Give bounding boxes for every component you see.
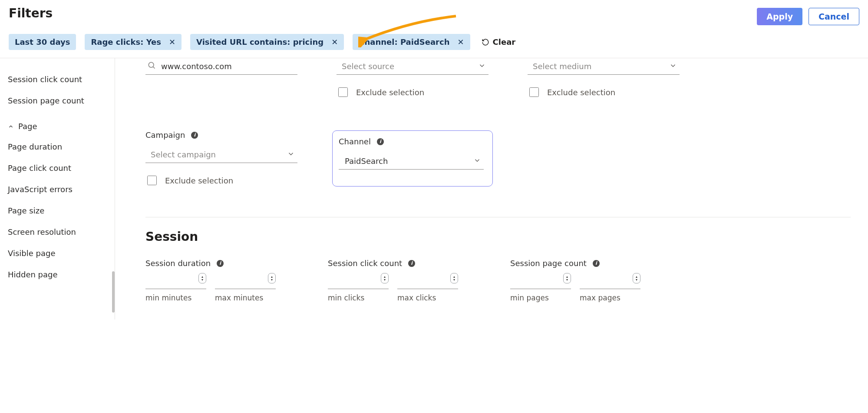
session-section-title: Session xyxy=(145,230,851,244)
chip-label: Visited URL contains: pricing xyxy=(196,37,323,47)
section-divider xyxy=(145,217,851,217)
search-icon xyxy=(147,61,156,70)
number-stepper[interactable]: ▴▾ xyxy=(450,273,458,283)
session-duration-min-input[interactable] xyxy=(145,276,206,289)
close-icon[interactable]: ✕ xyxy=(457,37,464,47)
chip-visited-url[interactable]: Visited URL contains: pricing ✕ xyxy=(190,34,344,50)
info-icon[interactable]: i xyxy=(217,260,224,267)
info-icon[interactable]: i xyxy=(191,132,198,139)
sidebar-item-session-click-count[interactable]: Session click count xyxy=(8,69,115,90)
svg-line-1 xyxy=(153,67,155,69)
session-click-count-label: Session click count xyxy=(328,259,402,268)
checkbox-label: Exclude selection xyxy=(165,176,233,185)
campaign-label: Campaign xyxy=(145,130,185,140)
exclude-medium-checkbox[interactable]: Exclude selection xyxy=(528,86,680,98)
channel-select[interactable]: PaidSearch xyxy=(339,154,484,170)
clear-filters-button[interactable]: Clear xyxy=(482,37,516,47)
session-page-count-label: Session page count xyxy=(510,259,587,268)
chevron-up-icon xyxy=(8,123,14,130)
input-caption: max minutes xyxy=(215,293,276,302)
input-caption: min pages xyxy=(510,293,571,302)
chip-time-range[interactable]: Last 30 days xyxy=(9,34,76,50)
info-icon[interactable]: i xyxy=(593,260,600,267)
input-caption: max clicks xyxy=(397,293,458,302)
channel-filter-highlighted: Channel i PaidSearch xyxy=(332,130,493,187)
sidebar-item-page-size[interactable]: Page size xyxy=(8,200,115,221)
sidebar-item-visible-page[interactable]: Visible page xyxy=(8,243,115,264)
close-icon[interactable]: ✕ xyxy=(169,37,175,47)
info-icon[interactable]: i xyxy=(408,260,415,267)
number-stepper[interactable]: ▴▾ xyxy=(198,273,206,283)
checkbox-label: Exclude selection xyxy=(547,88,615,97)
exclude-source-checkbox[interactable]: Exclude selection xyxy=(337,86,488,98)
header-actions: Apply Cancel xyxy=(757,6,859,25)
source-select[interactable]: Select source xyxy=(337,59,488,75)
session-page-max-input[interactable] xyxy=(580,276,640,289)
checkbox-input[interactable] xyxy=(147,176,157,185)
filters-form: Select source Exclude selection Select m… xyxy=(115,58,868,320)
clear-label: Clear xyxy=(493,37,516,47)
visited-url-input[interactable] xyxy=(145,59,297,75)
close-icon[interactable]: ✕ xyxy=(331,37,338,47)
checkbox-label: Exclude selection xyxy=(356,88,424,97)
input-caption: max pages xyxy=(580,293,640,302)
chip-rage-clicks[interactable]: Rage clicks: Yes ✕ xyxy=(85,34,182,50)
chip-label: Rage clicks: Yes xyxy=(91,37,161,47)
channel-label: Channel xyxy=(339,137,371,146)
session-duration-label: Session duration xyxy=(145,259,211,268)
chip-label: Channel: PaidSearch xyxy=(359,37,449,47)
filters-sidebar: Session click count Session page count P… xyxy=(0,58,115,320)
apply-button[interactable]: Apply xyxy=(757,8,802,25)
sidebar-group-label: Page xyxy=(18,122,37,131)
checkbox-input[interactable] xyxy=(338,87,348,97)
svg-point-0 xyxy=(149,62,154,67)
sidebar-item-screen-resolution[interactable]: Screen resolution xyxy=(8,221,115,243)
input-caption: min minutes xyxy=(145,293,206,302)
number-stepper[interactable]: ▴▾ xyxy=(381,273,389,283)
session-click-min-input[interactable] xyxy=(328,276,389,289)
sidebar-item-hidden-page[interactable]: Hidden page xyxy=(8,264,115,285)
session-page-min-input[interactable] xyxy=(510,276,571,289)
checkbox-input[interactable] xyxy=(529,87,539,97)
session-duration-max-input[interactable] xyxy=(215,276,276,289)
exclude-campaign-checkbox[interactable]: Exclude selection xyxy=(145,174,297,187)
session-click-max-input[interactable] xyxy=(397,276,458,289)
number-stepper[interactable]: ▴▾ xyxy=(563,273,571,283)
page-title: Filters xyxy=(9,6,53,20)
number-stepper[interactable]: ▴▾ xyxy=(633,273,640,283)
sidebar-item-page-duration[interactable]: Page duration xyxy=(8,136,115,157)
info-icon[interactable]: i xyxy=(377,138,384,145)
scrollbar[interactable] xyxy=(112,271,115,313)
sidebar-group-page[interactable]: Page xyxy=(8,111,115,136)
sidebar-item-page-click-count[interactable]: Page click count xyxy=(8,157,115,179)
undo-icon xyxy=(482,38,489,46)
input-caption: min clicks xyxy=(328,293,389,302)
chip-channel[interactable]: Channel: PaidSearch ✕ xyxy=(353,34,470,50)
active-filter-chips: Last 30 days Rage clicks: Yes ✕ Visited … xyxy=(0,25,868,58)
campaign-select[interactable]: Select campaign xyxy=(145,147,297,163)
cancel-button[interactable]: Cancel xyxy=(809,8,859,25)
medium-select[interactable]: Select medium xyxy=(528,59,680,75)
chip-label: Last 30 days xyxy=(15,37,70,47)
sidebar-item-javascript-errors[interactable]: JavaScript errors xyxy=(8,179,115,200)
number-stepper[interactable]: ▴▾ xyxy=(268,273,276,283)
sidebar-item-session-page-count[interactable]: Session page count xyxy=(8,90,115,111)
